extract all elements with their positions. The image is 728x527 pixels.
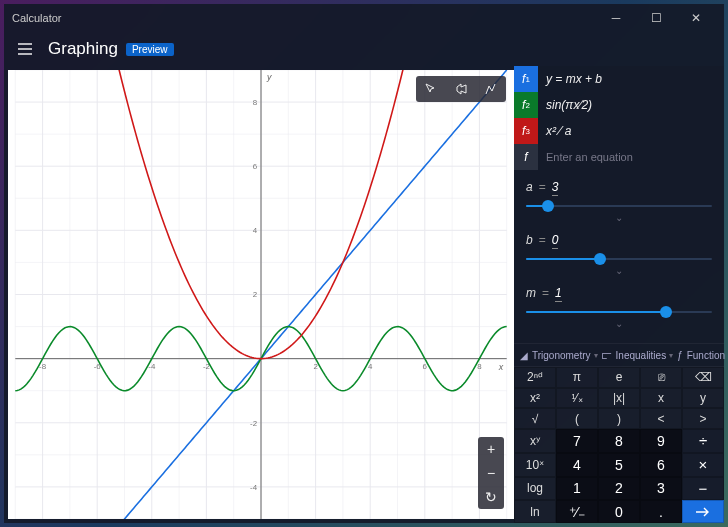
slider-row: m=1 ⌄ (526, 286, 712, 329)
slider-thumb[interactable] (594, 253, 606, 265)
key-6[interactable]: 6 (640, 453, 682, 477)
key-[interactable]: ) (598, 408, 640, 429)
side-panel: f1y = mx + bf2sin(πx⁄2)f3x² ⁄ afEnter an… (514, 66, 724, 523)
key-1[interactable]: 1 (556, 477, 598, 501)
trig-icon: ◢ (520, 350, 528, 361)
svg-text:4: 4 (253, 226, 258, 235)
equation-color-tag[interactable]: f1 (514, 66, 538, 92)
key-[interactable]: − (682, 477, 724, 501)
menu-button[interactable] (10, 34, 40, 64)
key-x[interactable]: |x| (598, 388, 640, 409)
minimize-button[interactable]: ─ (596, 4, 636, 32)
chevron-down-icon: ▾ (594, 351, 598, 360)
app-title: Calculator (12, 12, 62, 24)
key-2[interactable]: 2ⁿᵈ (514, 367, 556, 388)
slider-value[interactable]: 0 (552, 233, 559, 249)
zoom-controls: + − ↻ (478, 437, 504, 509)
func-icon: ƒ (677, 350, 683, 361)
slider-label: b=0 (526, 233, 712, 247)
zoom-out-button[interactable]: − (478, 461, 504, 485)
key-ln[interactable]: ln (514, 500, 556, 523)
slider-value[interactable]: 3 (552, 180, 559, 196)
key-0[interactable]: 0 (598, 500, 640, 523)
key-[interactable]: × (682, 453, 724, 477)
app-window: Calculator ─ ☐ ✕ Graphing Preview xy-8-6… (4, 4, 724, 523)
slider-label: m=1 (526, 286, 712, 300)
svg-text:8: 8 (253, 98, 258, 107)
category-func[interactable]: Function▾ (687, 350, 728, 361)
key-[interactable]: ( (556, 408, 598, 429)
zoom-reset-button[interactable]: ↻ (478, 485, 504, 509)
close-button[interactable]: ✕ (676, 4, 716, 32)
equation-expression[interactable]: x² ⁄ a (538, 124, 724, 138)
key-8[interactable]: 8 (598, 429, 640, 453)
category-trig[interactable]: Trigonometry▾ (532, 350, 598, 361)
category-ineq[interactable]: Inequalities▾ (616, 350, 674, 361)
keypad-categories: ◢ Trigonometry▾ ⫍ Inequalities▾ ƒ Functi… (514, 343, 724, 367)
keypad: 2ⁿᵈπe⎚⌫x²¹⁄ₓ|x|xy√()<>xʸ789÷10ˣ456×log12… (514, 367, 724, 523)
graph-pane[interactable]: xy-8-6-4-22468-4-22468 + − ↻ (8, 70, 514, 519)
key-2[interactable]: 2 (598, 477, 640, 501)
key-3[interactable]: 3 (640, 477, 682, 501)
key-e[interactable]: e (598, 367, 640, 388)
settings-icon (484, 82, 498, 96)
key-[interactable]: < (640, 408, 682, 429)
key-[interactable]: π (556, 367, 598, 388)
variable-sliders: a=3 ⌄b=0 ⌄m=1 ⌄ (514, 170, 724, 343)
trace-button[interactable] (416, 76, 446, 102)
maximize-button[interactable]: ☐ (636, 4, 676, 32)
equation-color-tag: f (514, 144, 538, 170)
svg-text:-4: -4 (250, 483, 258, 492)
slider-track[interactable] (526, 198, 712, 214)
slider-track[interactable] (526, 251, 712, 267)
key-[interactable]: ÷ (682, 429, 724, 453)
slider-thumb[interactable] (542, 200, 554, 212)
key-[interactable]: ⁺⁄₋ (556, 500, 598, 523)
key-[interactable]: ⎚ (640, 367, 682, 388)
header: Graphing Preview (4, 32, 724, 66)
key-x[interactable]: x (640, 388, 682, 409)
svg-text:6: 6 (253, 162, 258, 171)
slider-thumb[interactable] (660, 306, 672, 318)
equation-expression[interactable]: y = mx + b (538, 72, 724, 86)
hamburger-icon (18, 43, 32, 55)
slider-value[interactable]: 1 (555, 286, 562, 302)
svg-text:y: y (266, 72, 272, 82)
equation-row[interactable]: f3x² ⁄ a (514, 118, 724, 144)
titlebar[interactable]: Calculator ─ ☐ ✕ (4, 4, 724, 32)
key-[interactable] (682, 500, 724, 523)
key-log[interactable]: log (514, 477, 556, 501)
key-x[interactable]: xʸ (514, 429, 556, 453)
equation-row[interactable]: f1y = mx + b (514, 66, 724, 92)
key-10[interactable]: 10ˣ (514, 453, 556, 477)
equation-color-tag[interactable]: f2 (514, 92, 538, 118)
zoom-in-button[interactable]: + (478, 437, 504, 461)
key-[interactable]: √ (514, 408, 556, 429)
slider-row: a=3 ⌄ (526, 180, 712, 223)
graph-settings-button[interactable] (476, 76, 506, 102)
svg-text:4: 4 (368, 362, 373, 371)
equation-expression[interactable]: sin(πx⁄2) (538, 98, 724, 112)
key-[interactable]: ¹⁄ₓ (556, 388, 598, 409)
share-button[interactable] (446, 76, 476, 102)
submit-arrow-icon (695, 507, 711, 517)
key-5[interactable]: 5 (598, 453, 640, 477)
slider-track[interactable] (526, 304, 712, 320)
key-[interactable]: > (682, 408, 724, 429)
preview-badge: Preview (126, 43, 174, 56)
key-[interactable]: . (640, 500, 682, 523)
graph-canvas[interactable]: xy-8-6-4-22468-4-22468 (8, 70, 514, 519)
equation-input[interactable]: Enter an equation (538, 151, 724, 163)
key-9[interactable]: 9 (640, 429, 682, 453)
mode-title: Graphing (48, 39, 118, 59)
key-x[interactable]: x² (514, 388, 556, 409)
slider-label: a=3 (526, 180, 712, 194)
key-[interactable]: ⌫ (682, 367, 724, 388)
key-4[interactable]: 4 (556, 453, 598, 477)
key-y[interactable]: y (682, 388, 724, 409)
cursor-icon (424, 82, 438, 96)
equation-input-row[interactable]: fEnter an equation (514, 144, 724, 170)
key-7[interactable]: 7 (556, 429, 598, 453)
equation-color-tag[interactable]: f3 (514, 118, 538, 144)
equation-row[interactable]: f2sin(πx⁄2) (514, 92, 724, 118)
